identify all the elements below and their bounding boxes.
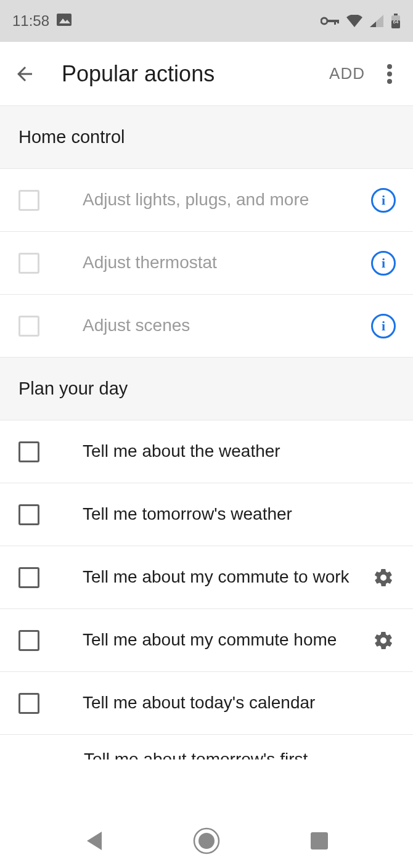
section-header-home-control: Home control	[0, 106, 413, 169]
action-label: Tell me about today's calendar	[39, 692, 369, 714]
svg-rect-15	[311, 832, 328, 850]
settings-button[interactable]	[369, 567, 398, 588]
content-scroll[interactable]: Home control Adjust lights, plugs, and m…	[0, 106, 413, 814]
vpn-key-icon	[321, 16, 339, 26]
action-row-tomorrow-first[interactable]: Tell me about tomorrow's first	[0, 735, 413, 760]
svg-point-2	[321, 18, 327, 24]
settings-button[interactable]	[369, 630, 398, 651]
svg-point-10	[387, 64, 392, 69]
checkbox[interactable]	[18, 504, 39, 525]
checkbox[interactable]	[18, 693, 39, 714]
action-row-adjust-thermostat[interactable]: Adjust thermostat	[0, 232, 413, 295]
action-row-commute-home[interactable]: Tell me about my commute home	[0, 609, 413, 672]
action-label: Tell me about the weather	[39, 440, 369, 462]
svg-rect-3	[327, 20, 338, 22]
nav-back-button[interactable]	[69, 830, 118, 851]
svg-rect-6	[394, 14, 398, 15]
svg-point-12	[387, 79, 392, 84]
system-nav-bar	[0, 814, 413, 868]
cell-signal-icon	[370, 15, 383, 27]
action-label: Tell me about my commute home	[39, 629, 369, 651]
info-button[interactable]	[369, 314, 398, 338]
action-row-today-calendar[interactable]: Tell me about today's calendar	[0, 672, 413, 735]
checkbox[interactable]	[18, 190, 39, 211]
wifi-icon	[346, 15, 362, 27]
svg-rect-5	[337, 20, 339, 23]
info-icon	[371, 314, 396, 338]
action-row-tomorrow-weather[interactable]: Tell me tomorrow's weather	[0, 483, 413, 546]
triangle-back-icon	[84, 830, 103, 851]
overflow-menu-button[interactable]	[377, 64, 402, 84]
battery-icon: 64	[391, 14, 401, 28]
svg-rect-4	[334, 20, 336, 25]
svg-text:64: 64	[393, 19, 399, 25]
action-row-commute-work[interactable]: Tell me about my commute to work	[0, 546, 413, 609]
status-bar: 11:58 64	[0, 0, 413, 42]
action-label: Adjust lights, plugs, and more	[39, 189, 369, 211]
info-button[interactable]	[369, 251, 398, 276]
checkbox[interactable]	[18, 441, 39, 462]
photos-icon	[57, 12, 72, 30]
info-icon	[371, 188, 396, 213]
nav-recents-button[interactable]	[295, 832, 344, 850]
section-header-plan-your-day: Plan your day	[0, 358, 413, 420]
checkbox[interactable]	[18, 316, 39, 337]
back-button[interactable]	[6, 63, 43, 85]
info-button[interactable]	[369, 188, 398, 213]
checkbox[interactable]	[18, 630, 39, 651]
action-label: Adjust scenes	[39, 314, 369, 337]
action-label: Tell me tomorrow's weather	[39, 503, 369, 525]
svg-point-11	[387, 72, 392, 76]
app-bar: Popular actions ADD	[0, 42, 413, 106]
action-label: Tell me about tomorrow's first	[84, 750, 308, 760]
action-label: Tell me about my commute to work	[39, 566, 369, 588]
circle-home-icon	[193, 827, 220, 854]
gear-icon	[373, 630, 394, 651]
svg-point-14	[198, 833, 215, 849]
action-row-adjust-scenes[interactable]: Adjust scenes	[0, 295, 413, 358]
arrow-back-icon	[14, 63, 36, 85]
nav-home-button[interactable]	[182, 827, 231, 854]
info-icon	[371, 251, 396, 276]
page-title: Popular actions	[43, 61, 317, 87]
action-row-adjust-lights[interactable]: Adjust lights, plugs, and more	[0, 169, 413, 232]
square-recents-icon	[311, 832, 328, 850]
action-label: Adjust thermostat	[39, 252, 369, 274]
gear-icon	[373, 567, 394, 588]
svg-rect-0	[57, 14, 72, 26]
add-button[interactable]: ADD	[317, 64, 377, 83]
checkbox[interactable]	[18, 567, 39, 588]
status-time: 11:58	[12, 12, 49, 30]
more-vert-icon	[387, 64, 392, 84]
action-row-weather[interactable]: Tell me about the weather	[0, 420, 413, 483]
checkbox[interactable]	[18, 253, 39, 274]
